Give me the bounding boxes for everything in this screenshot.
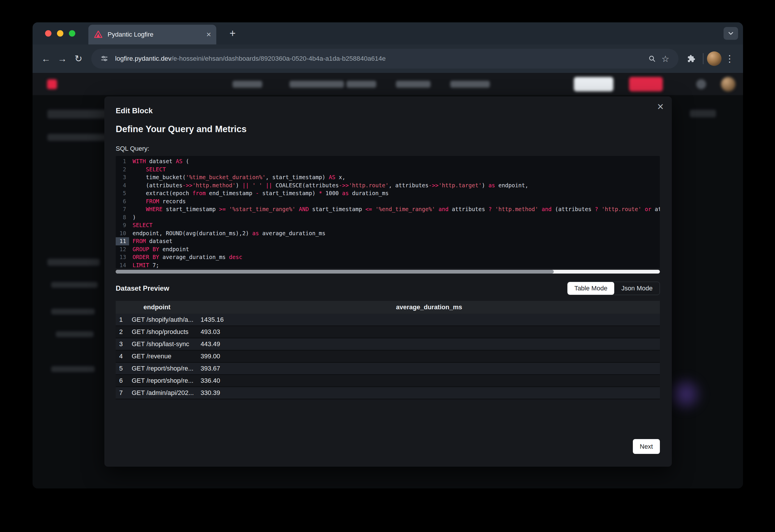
code-line: ) — [132, 213, 660, 222]
address-bar[interactable]: logfire.pydantic.dev/e-hosseini/ehsan/da… — [91, 49, 679, 69]
close-window-button[interactable] — [45, 30, 51, 37]
nav-red-button — [629, 77, 663, 91]
editor-horizontal-scrollbar[interactable] — [116, 270, 660, 274]
new-tab-button[interactable]: + — [226, 27, 239, 40]
table-row: 1GET /shopify/auth/a...1435.16 — [116, 314, 660, 326]
nav-item-blur — [290, 81, 344, 88]
logfire-favicon-icon — [94, 30, 103, 39]
row-number: 2 — [116, 326, 130, 338]
table-row: 6GET /report/shop/re...336.40 — [116, 375, 660, 387]
preview-mode-toggle: Table Mode Json Mode — [567, 282, 660, 295]
endpoint-cell: GET /shop/products — [130, 326, 198, 338]
code-line: WITH dataset AS ( — [132, 157, 660, 166]
row-number: 3 — [116, 338, 130, 350]
table-mode-button[interactable]: Table Mode — [567, 282, 615, 295]
tab-search-chevron-button[interactable] — [724, 27, 738, 40]
profile-avatar[interactable] — [707, 51, 722, 66]
row-number: 5 — [116, 362, 130, 375]
line-number: 13 — [116, 253, 129, 261]
site-navbar — [33, 73, 743, 96]
code-line: FROM dataset — [132, 237, 660, 245]
row-number: 4 — [116, 350, 130, 362]
nav-light-button — [574, 77, 614, 91]
fullscreen-window-button[interactable] — [69, 30, 75, 37]
url-text[interactable]: logfire.pydantic.dev/e-hosseini/ehsan/da… — [115, 55, 645, 62]
table-row: 3GET /shop/last-sync443.49 — [116, 338, 660, 350]
browser-toolbar: ← → ↻ logfire.pydantic.dev/e-hosseini/eh… — [33, 44, 743, 73]
line-number: 2 — [116, 166, 129, 174]
dataset-preview-table: endpoint average_duration_ms 1GET /shopi… — [116, 301, 660, 399]
extensions-puzzle-icon[interactable] — [683, 51, 699, 67]
browser-tab[interactable]: Pydantic Logfire × — [88, 25, 216, 44]
line-number: 11 — [116, 237, 129, 245]
preview-table-body: 1GET /shopify/auth/a...1435.162GET /shop… — [116, 314, 660, 399]
sql-code-editor[interactable]: 1234567891011121314 WITH dataset AS ( SE… — [116, 156, 660, 268]
site-avatar — [721, 77, 735, 91]
endpoint-cell: GET /shop/last-sync — [130, 338, 198, 350]
code-lines[interactable]: WITH dataset AS ( SELECT time_bucket('%t… — [129, 157, 660, 268]
row-number: 1 — [116, 314, 130, 326]
row-number: 7 — [116, 387, 130, 399]
duration-cell: 393.67 — [198, 362, 660, 375]
nav-item-blur — [233, 81, 262, 88]
modal-heading: Define Your Query and Metrics — [116, 124, 660, 134]
site-logo — [47, 79, 57, 89]
nav-item-blur — [450, 81, 490, 88]
nav-icon-blur — [696, 79, 706, 89]
line-number: 6 — [116, 197, 129, 206]
site-settings-icon[interactable] — [98, 52, 111, 65]
duration-cell: 399.00 — [198, 350, 660, 362]
reload-button[interactable]: ↻ — [70, 51, 87, 67]
code-line: endpoint, ROUND(avg(duration_ms),2) as a… — [132, 229, 660, 238]
tab-close-icon[interactable]: × — [207, 30, 211, 39]
url-domain: logfire.pydantic.dev — [115, 55, 171, 62]
endpoint-cell: GET /revenue — [130, 350, 198, 362]
line-number: 3 — [116, 173, 129, 181]
endpoint-cell: GET /report/shop/re... — [130, 375, 198, 387]
url-path: /e-hosseini/ehsan/dashboards/8920360a-05… — [171, 55, 386, 62]
forward-button[interactable]: → — [54, 51, 70, 67]
table-row: 2GET /shop/products493.03 — [116, 326, 660, 338]
line-number: 9 — [116, 221, 129, 229]
line-number: 7 — [116, 205, 129, 213]
line-number: 4 — [116, 181, 129, 190]
sql-query-label: SQL Query: — [116, 145, 660, 152]
table-header-row: endpoint average_duration_ms — [116, 301, 660, 314]
table-row: 5GET /report/shop/re...393.67 — [116, 362, 660, 375]
table-row: 4GET /revenue399.00 — [116, 350, 660, 362]
duration-cell: 330.39 — [198, 387, 660, 399]
duration-cell: 493.03 — [198, 326, 660, 338]
code-gutter: 1234567891011121314 — [116, 157, 129, 268]
code-line: LIMIT 7; — [132, 261, 660, 269]
code-line: SELECT — [132, 221, 660, 229]
scrollbar-thumb[interactable] — [116, 270, 554, 274]
line-number: 5 — [116, 189, 129, 197]
dataset-preview-title: Dataset Preview — [116, 284, 169, 292]
code-line: time_bucket('%time_bucket_duration%', st… — [132, 173, 660, 181]
line-number: 12 — [116, 245, 129, 254]
tab-title: Pydantic Logfire — [107, 31, 207, 38]
next-button[interactable]: Next — [633, 439, 660, 454]
browser-window: Pydantic Logfire × + ← → ↻ logfire.pydan… — [33, 22, 743, 488]
modal-close-icon[interactable]: × — [657, 101, 664, 112]
endpoint-cell: GET /shopify/auth/a... — [130, 314, 198, 326]
code-line: WHERE start_timestamp >= '%start_time_ra… — [132, 205, 660, 213]
json-mode-button[interactable]: Json Mode — [614, 282, 660, 295]
browser-menu-icon[interactable]: ⋮ — [722, 51, 738, 67]
tab-strip: Pydantic Logfire × + — [33, 22, 743, 44]
zoom-icon[interactable] — [645, 52, 659, 65]
line-number: 14 — [116, 261, 129, 269]
code-line: GROUP BY endpoint — [132, 245, 660, 254]
toolbar-divider — [703, 53, 704, 64]
row-number: 6 — [116, 375, 130, 387]
modal-title: Edit Block — [116, 106, 660, 115]
bookmark-star-icon[interactable]: ☆ — [659, 52, 672, 65]
minimize-window-button[interactable] — [57, 30, 63, 37]
back-button[interactable]: ← — [38, 51, 54, 67]
duration-cell: 443.49 — [198, 338, 660, 350]
line-number: 8 — [116, 213, 129, 222]
column-header-endpoint: endpoint — [116, 301, 198, 314]
code-line: (attributes->>'http.method') || ' ' || C… — [132, 181, 660, 190]
code-line: extract(epoch from end_timestamp - start… — [132, 189, 660, 197]
code-line: FROM records — [132, 197, 660, 206]
